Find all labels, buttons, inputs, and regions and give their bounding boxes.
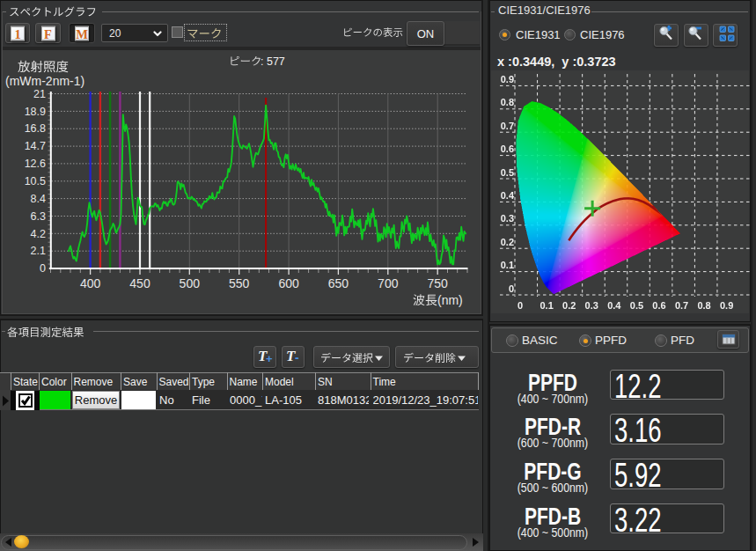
svg-text:600: 600	[278, 276, 299, 290]
svg-text:21: 21	[33, 88, 46, 100]
svg-text:400: 400	[80, 276, 101, 290]
svg-text:8.4: 8.4	[31, 193, 46, 205]
svg-text:650: 650	[328, 276, 349, 290]
svg-text:550: 550	[229, 276, 250, 290]
svg-text:12.6: 12.6	[25, 158, 46, 170]
svg-text:(mWm-2nm-1): (mWm-2nm-1)	[5, 74, 84, 88]
svg-text:2.1: 2.1	[31, 245, 46, 257]
svg-text:500: 500	[180, 276, 201, 290]
svg-text:(nm): (nm)	[437, 293, 463, 307]
svg-text:18.9: 18.9	[25, 106, 46, 118]
svg-text:450: 450	[129, 276, 150, 290]
svg-text:4.2: 4.2	[31, 228, 46, 240]
svg-text:750: 750	[428, 276, 449, 290]
svg-text:10.5: 10.5	[25, 175, 46, 187]
svg-text:14.7: 14.7	[25, 140, 46, 152]
svg-text:0: 0	[40, 262, 46, 275]
svg-text:700: 700	[378, 276, 399, 290]
svg-text:: 577: : 577	[261, 55, 285, 68]
svg-text:16.8: 16.8	[25, 122, 46, 135]
svg-text:6.3: 6.3	[31, 210, 46, 223]
